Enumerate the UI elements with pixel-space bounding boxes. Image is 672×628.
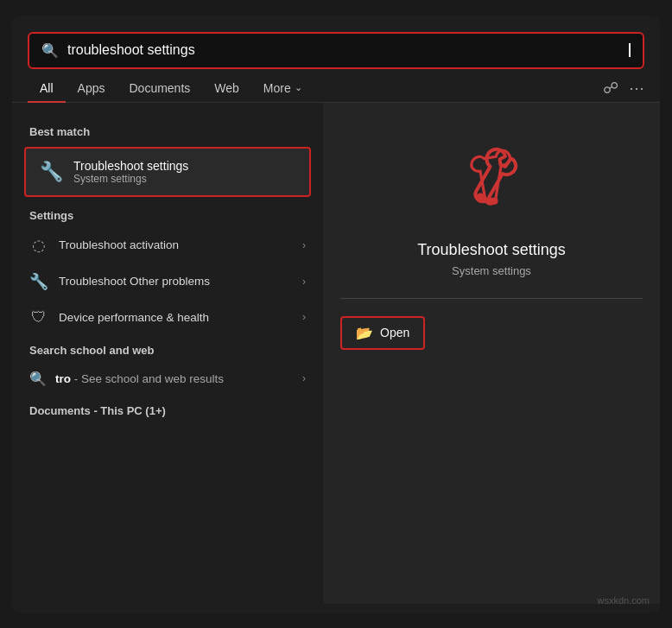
left-panel: Best match 🔧 Troubleshoot settings Syste… bbox=[12, 103, 323, 604]
watermark: wsxkdn.com bbox=[597, 595, 650, 606]
best-match-label: Best match bbox=[12, 117, 323, 143]
chevron-right-icon-1: › bbox=[302, 276, 306, 288]
search-school-item[interactable]: 🔍 tro - See school and web results › bbox=[12, 362, 323, 396]
chevron-right-icon-0: › bbox=[302, 239, 306, 251]
wrench-icon: 🔧 bbox=[40, 161, 63, 183]
tab-web[interactable]: Web bbox=[202, 74, 251, 102]
right-panel: Troubleshoot settings System settings 📂 … bbox=[323, 103, 660, 604]
settings-item-label-2: Device performance & health bbox=[59, 311, 292, 324]
best-match-title: Troubleshoot settings bbox=[73, 159, 188, 173]
open-icon: 📂 bbox=[356, 325, 373, 341]
shield-icon: 🛡 bbox=[29, 308, 48, 327]
nav-right-icons: ☍ ⋯ bbox=[603, 79, 644, 98]
tab-more[interactable]: More ⌄ bbox=[251, 74, 314, 102]
share-icon[interactable]: ☍ bbox=[603, 79, 618, 98]
search-input[interactable]: troubleshoot settings bbox=[67, 42, 619, 58]
best-match-subtitle: System settings bbox=[73, 173, 188, 185]
tab-all[interactable]: All bbox=[28, 74, 66, 102]
settings-label: Settings bbox=[12, 200, 323, 227]
chevron-right-icon-search: › bbox=[302, 372, 306, 384]
open-button[interactable]: 📂 Open bbox=[340, 316, 425, 350]
settings-item-troubleshoot-other[interactable]: 🔧 Troubleshoot Other problems › bbox=[12, 263, 323, 300]
search-school-label: Search school and web bbox=[12, 335, 323, 362]
svg-point-1 bbox=[476, 193, 485, 201]
chevron-right-icon-2: › bbox=[302, 311, 306, 323]
settings-item-label-1: Troubleshoot Other problems bbox=[59, 275, 292, 288]
documents-section: Documents - This PC (1+) bbox=[12, 396, 323, 426]
divider bbox=[340, 298, 643, 299]
best-match-text: Troubleshoot settings System settings bbox=[73, 159, 188, 185]
tab-documents[interactable]: Documents bbox=[117, 74, 202, 102]
main-content: Best match 🔧 Troubleshoot settings Syste… bbox=[12, 103, 660, 604]
circle-check-icon: ◌ bbox=[29, 236, 48, 255]
tab-apps[interactable]: Apps bbox=[66, 74, 117, 102]
app-icon-large bbox=[448, 137, 535, 224]
best-match-item[interactable]: 🔧 Troubleshoot settings System settings bbox=[24, 147, 311, 197]
wrench-small-icon: 🔧 bbox=[29, 272, 48, 291]
nav-tabs: All Apps Documents Web More ⌄ ☍ ⋯ bbox=[12, 69, 660, 103]
search-icon: 🔍 bbox=[41, 42, 59, 59]
app-subtitle: System settings bbox=[452, 264, 531, 277]
chevron-down-icon: ⌄ bbox=[295, 82, 302, 93]
app-title: Troubleshoot settings bbox=[417, 241, 565, 259]
more-options-icon[interactable]: ⋯ bbox=[629, 79, 644, 98]
settings-item-device-performance[interactable]: 🛡 Device performance & health › bbox=[12, 300, 323, 335]
search-window: 🔍 troubleshoot settings All Apps Documen… bbox=[12, 16, 660, 612]
search-school-highlight: tro - See school and web results bbox=[55, 372, 224, 385]
cursor bbox=[629, 43, 631, 57]
settings-item-troubleshoot-activation[interactable]: ◌ Troubleshoot activation › bbox=[12, 227, 323, 263]
search-bar[interactable]: 🔍 troubleshoot settings bbox=[28, 32, 644, 69]
settings-item-label-0: Troubleshoot activation bbox=[59, 238, 292, 251]
search-small-icon: 🔍 bbox=[29, 371, 47, 387]
wrench-large-icon bbox=[457, 146, 526, 215]
open-button-label: Open bbox=[380, 326, 409, 339]
